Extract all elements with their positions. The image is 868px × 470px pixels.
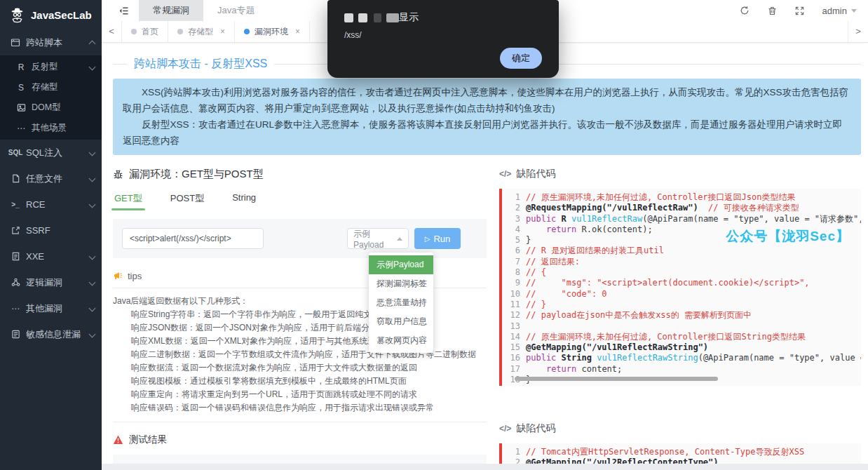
- chevron-down-icon: [89, 149, 96, 156]
- alert-dialog: 显示 /xss/ 确定: [327, 0, 559, 78]
- sidebar-item-ssrf[interactable]: SSRF: [0, 217, 102, 243]
- tab-string[interactable]: String: [231, 188, 257, 210]
- tips-title: tips: [128, 271, 142, 281]
- warning-icon: [113, 435, 123, 445]
- tag-dot: [244, 29, 250, 34]
- dropdown-option-sample[interactable]: 示例Payload: [369, 255, 433, 274]
- dropdown-option-probe[interactable]: 探测漏洞标签: [369, 274, 433, 293]
- watermark: 公众号【泷羽Sec】: [726, 227, 850, 246]
- section1-header: 漏洞环境：GET型与POST型: [113, 168, 487, 181]
- code-icon: </>: [499, 424, 511, 434]
- letter-s-icon: S: [15, 83, 27, 93]
- alert-title: 显示: [344, 11, 542, 24]
- sidebar-item-sqli[interactable]: SQL SQL注入: [0, 140, 102, 166]
- alert-ok-button[interactable]: 确定: [500, 48, 542, 69]
- sidebar-item-label: 敏感信息泄漏: [26, 328, 87, 341]
- test-result-area: [113, 455, 487, 464]
- chevron-down-icon: [89, 305, 96, 312]
- close-icon[interactable]: ×: [295, 27, 300, 36]
- sidebar-item-stored[interactable]: S 存储型: [0, 77, 102, 98]
- xss-info-box: XSS(跨站脚本攻击)利用浏览器对服务器内容的信任，攻击者通过在网页中注入恶意脚…: [113, 79, 861, 155]
- document-icon: [9, 252, 22, 261]
- chevron-down-icon: [89, 201, 96, 208]
- info-paragraph: 反射型XSS：攻击者通过在URL参数中注入恶意脚本，使服务器将该脚本直接反射回用…: [123, 116, 851, 149]
- sidebar-item-info-leak[interactable]: 敏感信息泄漏: [0, 321, 102, 347]
- payload-box: 示例Payload ▷ Run 示例Payload 探测漏洞标签 恶意流量劫持 …: [113, 219, 487, 258]
- payload-dropdown-menu: 示例Payload 探测漏洞标签 恶意流量劫持 窃取用户信息 篡改网页内容: [369, 253, 433, 353]
- dropdown-option-steal[interactable]: 窃取用户信息: [369, 312, 433, 331]
- code-block-2[interactable]: 1// Tomcat内置HttpServletResponse, Content…: [499, 443, 861, 464]
- tags-scroll-right[interactable]: >: [848, 21, 868, 42]
- sidebar-item-other-scenes[interactable]: ⋯ 其他场景: [0, 118, 102, 138]
- alert-message: /xss/: [344, 30, 542, 40]
- tag-dot: [131, 29, 137, 34]
- tips-line: 响应数据流：返回一个数据流对象作为响应，适用于大文件或大数据量的返回: [113, 361, 487, 375]
- code-lines: 1// 原生漏洞环境,未加任何过滤, Controller接口返回Json类型结…: [502, 192, 861, 385]
- code-column: </> 缺陷代码 1// 原生漏洞环境,未加任何过滤, Controller接口…: [499, 168, 861, 464]
- app-logo[interactable]: JavaSecLab: [0, 0, 102, 29]
- sidebar-item-label: 其他漏洞: [26, 302, 87, 315]
- spy-logo-icon: [8, 6, 26, 24]
- code-block-1[interactable]: 1// 原生漏洞环境,未加任何过滤, Controller接口返回Json类型结…: [499, 189, 861, 386]
- sidebar-item-other-vulns[interactable]: ⋯ 其他漏洞: [0, 295, 102, 321]
- user-menu[interactable]: admin: [822, 6, 857, 16]
- horizontal-scrollbar-thumb[interactable]: [515, 377, 718, 381]
- run-label: Run: [433, 234, 450, 244]
- code-panel-title: 缺陷代码: [516, 422, 555, 435]
- tag-label: 存储型: [188, 26, 213, 38]
- redacted-origin-block: [386, 13, 399, 22]
- alert-footer: 确定: [344, 48, 542, 69]
- file-icon: [9, 174, 22, 183]
- dropdown-option-hijack[interactable]: 恶意流量劫持: [369, 293, 433, 312]
- sidebar-item-reflected[interactable]: R 反射型: [0, 57, 102, 77]
- image-icon: [15, 103, 27, 112]
- sidebar-item-xxe[interactable]: XXE: [0, 243, 102, 269]
- page-content: 跨站脚本攻击 - 反射型XSS XSS(跨站脚本攻击)利用浏览器对服务器内容的信…: [102, 43, 868, 464]
- tag-vuln-env[interactable]: 漏洞环境 ×: [234, 21, 310, 42]
- test-result-header: 测试结果: [113, 434, 487, 446]
- sidebar-item-label: XXE: [26, 251, 87, 262]
- code1-header: </> 缺陷代码: [499, 168, 861, 180]
- window-icon: [9, 38, 22, 48]
- sidebar-item-label: 跨站脚本: [26, 36, 87, 49]
- sidebar-item-xss[interactable]: 跨站脚本: [0, 29, 102, 55]
- sidebar-item-rce[interactable]: >_ RCE: [0, 192, 102, 217]
- bug-icon: [113, 169, 123, 180]
- sidebar-item-dom[interactable]: DOM型: [0, 98, 102, 118]
- run-button[interactable]: ▷ Run: [414, 228, 461, 249]
- document-lines-icon: [9, 330, 22, 339]
- chevron-down-icon: [89, 279, 96, 286]
- sidebar-submenu-xss: R 反射型 S 存储型 DOM型 ⋯ 其他场景: [0, 55, 102, 140]
- tags-scroll-left[interactable]: <: [102, 21, 121, 42]
- sidebar-item-label: 反射型: [32, 61, 87, 73]
- sidebar-item-label: 任意文件: [26, 173, 87, 185]
- redacted-origin-block: [358, 13, 367, 22]
- fullscreen-icon[interactable]: [795, 6, 804, 15]
- sidebar-item-label: 存储型: [32, 81, 95, 93]
- tab-get[interactable]: GET型: [113, 188, 144, 210]
- trash-icon[interactable]: [768, 6, 777, 15]
- tab-java-topics[interactable]: Java专题: [203, 0, 269, 21]
- payload-select[interactable]: 示例Payload: [347, 228, 409, 249]
- sql-icon: SQL: [9, 149, 22, 156]
- redacted-origin-block: [374, 13, 381, 22]
- tab-post[interactable]: POST型: [169, 188, 205, 210]
- topbar-actions: admin: [740, 6, 868, 16]
- sidebar-fold-button[interactable]: [102, 6, 139, 16]
- page-scrollbar-track[interactable]: [102, 464, 868, 470]
- test-result-title: 测试结果: [129, 434, 167, 446]
- dropdown-option-tamper[interactable]: 篡改网页内容: [369, 331, 433, 350]
- refresh-icon[interactable]: [740, 6, 750, 15]
- close-icon[interactable]: ×: [220, 27, 225, 36]
- tab-common-vulns[interactable]: 常规漏洞: [139, 0, 203, 21]
- tag-home[interactable]: 首页: [121, 21, 168, 42]
- alert-title-text: 显示: [399, 11, 419, 24]
- cluster-icon: [9, 278, 22, 287]
- tag-stored[interactable]: 存储型 ×: [168, 21, 235, 42]
- sidebar-item-logic[interactable]: 逻辑漏洞: [0, 269, 102, 295]
- sidebar-item-file[interactable]: 任意文件: [0, 166, 102, 192]
- tag-dot: [177, 29, 183, 34]
- payload-input[interactable]: [122, 228, 264, 249]
- chevron-up-icon: [89, 41, 96, 48]
- sidebar-item-label: SQL注入: [26, 147, 87, 159]
